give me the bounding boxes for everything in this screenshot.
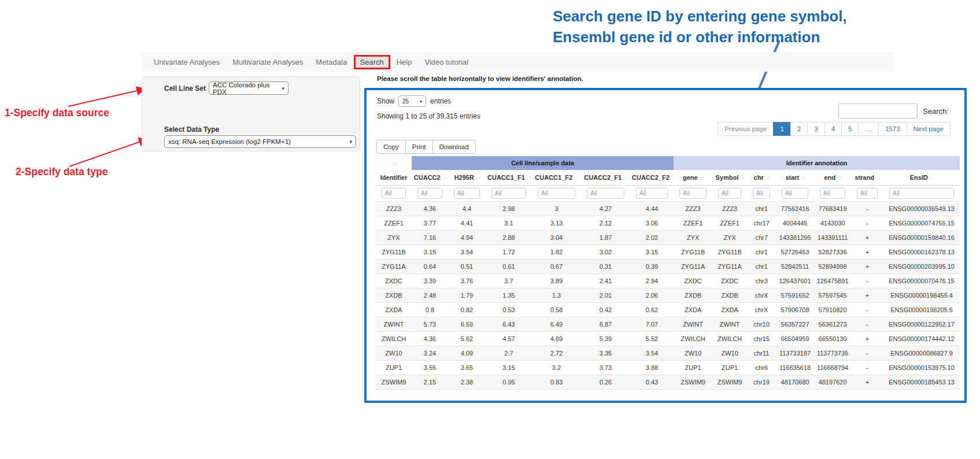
sort-icon: ↓↑	[930, 175, 934, 181]
cell-end: 57910820	[814, 302, 851, 317]
column-header-strand[interactable]: strand↓↑	[851, 170, 883, 185]
column-filter-cuacc2-f1[interactable]	[587, 188, 624, 199]
column-header-cuacc2[interactable]: CUACC2↓↑	[412, 170, 448, 185]
table-row-zyg11b: ZYG11B3.153.541.721.823.023.15ZYG11BZYG1…	[376, 245, 960, 259]
cell-chr: chrX	[747, 302, 776, 317]
column-header-cuacc2-f2[interactable]: CUACC2_F2↓↑	[630, 170, 674, 185]
cell-cuacc1-f2: 2.72	[532, 346, 581, 360]
column-filter-row	[376, 185, 960, 201]
nav-item-univariate-analyses[interactable]: Univariate Analyses	[147, 55, 226, 69]
column-filter-gene[interactable]	[679, 188, 707, 199]
cell-cuacc1-f2: 0.67	[532, 259, 581, 273]
column-filter-symbol[interactable]	[718, 188, 741, 199]
sort-icon: ↓↑	[393, 161, 397, 166]
nav-item-metadata[interactable]: Metadata	[309, 55, 353, 69]
cell-symbol: ZXDA	[712, 302, 747, 317]
cell-cuacc1-f1: 3.7	[486, 273, 532, 288]
cell-cuacc2-f2: 0.43	[630, 375, 674, 389]
copy-button[interactable]: Copy	[376, 140, 406, 154]
search-input[interactable]	[838, 103, 918, 119]
search-hint-note: Search gene ID by entering gene symbol, …	[553, 6, 847, 47]
cell-gene: ZXDC	[674, 273, 712, 288]
cell-strand: +	[851, 288, 883, 302]
column-filter-end[interactable]	[820, 188, 845, 199]
pagination-previous[interactable]: Previous page	[718, 122, 774, 136]
pagination-page-1[interactable]: 1	[773, 122, 790, 136]
pagination-page-2[interactable]: 2	[790, 122, 808, 136]
cell-identifier: ZYG11B	[376, 245, 412, 259]
filter-cell-ensid	[883, 185, 960, 201]
column-header-symbol[interactable]: Symbol↓↑	[712, 170, 747, 185]
cell-cuacc2-f2: 3.15	[630, 245, 674, 259]
cell-line-set-select[interactable]: ACC Colorado plus PDX ▾	[209, 82, 289, 95]
download-button[interactable]: Download	[432, 140, 476, 154]
cell-strand: +	[851, 230, 883, 245]
column-header-cuacc2-f1[interactable]: CUACC2_F1↓↑	[581, 170, 630, 185]
cell-chr: chr1	[747, 245, 776, 259]
column-filter-cuacc2-f2[interactable]	[636, 188, 668, 199]
cell-identifier: ZSWIM9	[376, 375, 412, 389]
nav-item-help[interactable]: Help	[390, 55, 419, 69]
nav-item-video-tutorial[interactable]: Video tutorial	[418, 55, 475, 69]
pagination-page-4[interactable]: 4	[824, 122, 842, 136]
cell-cuacc1-f1: 3.15	[486, 360, 532, 375]
column-filter-strand[interactable]	[857, 188, 878, 199]
data-type-select[interactable]: xsq: RNA-seq Expression (log2 FPKM+1) ▾	[164, 135, 356, 148]
pagination-next[interactable]: Next page	[907, 122, 951, 136]
cell-cuacc2: 3.39	[412, 273, 448, 288]
cell-start: 116635618	[776, 360, 814, 375]
table-row-zzef1: ZZEF13.774.413.13.132.123.06ZZEF1ZZEF1ch…	[376, 216, 960, 230]
column-filter-chr[interactable]	[753, 188, 770, 199]
cell-cuacc1-f1: 0.53	[486, 302, 532, 317]
sort-icon: ↓↑	[765, 175, 770, 181]
page-length-select[interactable]: 25 ▾	[398, 95, 426, 107]
nav-item-multivariate-analyses[interactable]: Multivariate Analyses	[226, 55, 309, 69]
column-header-ensid[interactable]: EnsID↓↑	[883, 170, 960, 185]
column-filter-start[interactable]	[782, 188, 808, 199]
filter-cell-chr	[747, 185, 776, 201]
column-filter-ensid[interactable]	[889, 188, 954, 199]
column-filter-cuacc1-f2[interactable]	[538, 188, 575, 199]
column-header-start[interactable]: start↓↑	[776, 170, 814, 185]
cell-strand: -	[851, 273, 883, 288]
cell-cuacc2-f1: 2.01	[581, 288, 630, 302]
column-header-chr[interactable]: chr↓↑	[747, 170, 776, 185]
cell-identifier: ZWILCH	[376, 331, 412, 346]
pagination-page-1573[interactable]: 1573	[878, 122, 907, 136]
cell-cuacc1-f1: 6.43	[486, 317, 532, 331]
column-header-identifier[interactable]: Identifier	[376, 170, 412, 185]
cell-cuacc1-f2: 4.69	[532, 331, 581, 346]
column-header-row: IdentifierCUACC2↓↑H295R↓↑CUACC1_F1↓↑CUAC…	[376, 170, 960, 185]
column-header-h295r[interactable]: H295R↓↑	[448, 170, 486, 185]
column-filter-identifier[interactable]	[382, 188, 406, 199]
cell-cuacc2: 3.55	[412, 360, 448, 375]
column-filter-cuacc1-f1[interactable]	[491, 188, 526, 199]
cell-cuacc2: 2.15	[412, 375, 448, 389]
cell-cuacc2-f1: 5.39	[581, 331, 630, 346]
pagination-page-3[interactable]: 3	[807, 122, 824, 136]
cell-start: 57906708	[776, 302, 814, 317]
pagination-page-5[interactable]: 5	[841, 122, 859, 136]
cell-cuacc1-f1: 0.61	[486, 259, 532, 273]
group-header-cell-line-sample-data: Cell line/sample data	[412, 156, 674, 170]
table-row-zxdb: ZXDB2.481.791.351.32.012.06ZXDBZXDBchrX5…	[376, 288, 960, 302]
cell-gene: ZW10	[674, 346, 712, 360]
cell-h295r: 1.79	[448, 288, 486, 302]
cell-symbol: ZYG11A	[712, 259, 747, 273]
column-filter-h295r[interactable]	[454, 188, 480, 199]
column-filter-cuacc2[interactable]	[417, 188, 442, 199]
cell-cuacc1-f2: 1.82	[532, 245, 581, 259]
cell-cuacc1-f1: 0.95	[486, 375, 532, 389]
cell-start: 143381295	[776, 230, 814, 245]
print-button[interactable]: Print	[405, 140, 433, 154]
column-header-cuacc1-f2[interactable]: CUACC1_F2↓↑	[532, 170, 581, 185]
cell-gene: ZWINT	[674, 317, 712, 331]
cell-cuacc2-f1: 0.42	[581, 302, 630, 317]
cell-cuacc1-f1: 4.57	[486, 331, 532, 346]
column-header-cuacc1-f1[interactable]: CUACC1_F1↓↑	[486, 170, 532, 185]
nav-item-search[interactable]: Search	[354, 55, 390, 69]
column-header-gene[interactable]: gene↓↑	[674, 170, 712, 185]
table-row-zyg11a: ZYG11A0.640.510.610.670.310.39ZYG11AZYG1…	[376, 259, 960, 273]
cell-symbol: ZUP1	[712, 360, 747, 375]
column-header-end[interactable]: end↓↑	[814, 170, 851, 185]
